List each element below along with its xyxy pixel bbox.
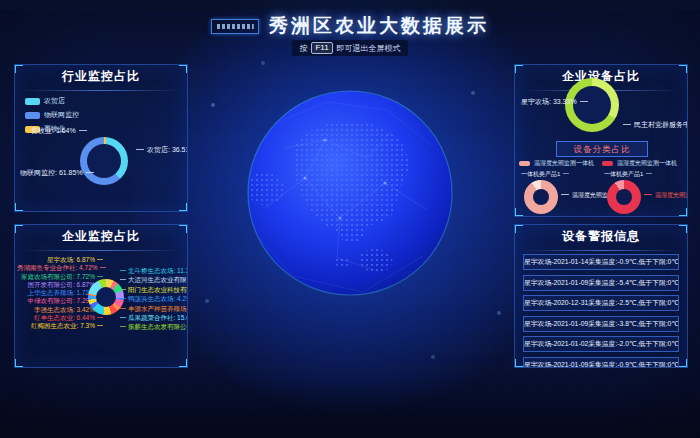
legend-item[interactable]: 物联网监控: [25, 110, 79, 120]
chart-callout: 畜牧业: 1.64%: [31, 126, 87, 136]
fullscreen-hint: 按 F11 即可退出全屏模式: [0, 40, 700, 56]
globe-graphic: [245, 88, 455, 298]
chart-label: 振麒生态农发有限公司: 6.87%: [120, 322, 188, 331]
legend-label: 农贸店: [44, 96, 65, 106]
donut-chart[interactable]: [607, 180, 641, 214]
panel-title: 行业监控占比: [15, 65, 187, 87]
chart-label: 一体机类产品1: [604, 170, 685, 179]
header: 秀洲区农业大数据展示: [0, 13, 700, 39]
legend-swatch: [602, 161, 613, 166]
panel-title: 企业监控占比: [15, 225, 187, 247]
chart-label: 鸭荡浜生态农场: 4.29: [120, 294, 188, 303]
chart-label: 星宇农场: 6.87%: [17, 256, 103, 264]
f11-key: F11: [311, 42, 332, 54]
chart-label: 红丰生态农业: 6.44%: [17, 314, 103, 322]
panel-title: 设备警报信息: [515, 225, 687, 247]
device-category-charts: 温湿度光照监测一体机 一体机类产品1 温湿度光照监测一→ 温湿度光照监测一体机 …: [519, 159, 685, 215]
legend-label: 温湿度光照监测一体机: [617, 159, 677, 168]
chart-callout: 温湿度光照监→: [644, 191, 688, 200]
chart-callout: 物联网监控: 61.85%: [20, 168, 94, 178]
chart-label: 丰源水产种苗养殖场: 1...: [120, 304, 188, 313]
chart-label: 一体机类产品1: [521, 170, 602, 179]
chart-label: 秀湖南鱼专业合作社: 4.72%: [17, 264, 103, 272]
legend-item[interactable]: 温湿度光照监测一体机: [519, 159, 602, 168]
chart-callout: 民主村党群服务中心...: [623, 120, 688, 130]
chart-label: 大运河生态农业有限责任公...: [120, 275, 188, 284]
legend-item[interactable]: 温湿度光照监测一体机: [602, 159, 685, 168]
legend-swatch: [25, 112, 40, 119]
enterprise-right-labels: 北斗桥生态农场: 11.36% 大运河生态农业有限责任公... 阳门生态农业科技…: [120, 266, 188, 332]
brand-logo: [211, 19, 259, 34]
donut-chart[interactable]: [88, 279, 124, 315]
legend-swatch: [519, 161, 530, 166]
page-title: 秀洲区农业大数据展示: [269, 13, 489, 39]
legend-swatch: [25, 98, 40, 105]
device-category-chart: 温湿度光照监测一体机 一体机类产品1 温湿度光照监→: [602, 159, 685, 215]
chart-callout: 农贸店: 36.51%: [136, 145, 188, 155]
donut-chart[interactable]: [524, 180, 558, 214]
hint-suffix: 即可退出全屏模式: [337, 43, 401, 54]
background-dots: [0, 0, 2, 2]
chart-label: 家庭农场有限公司: 7.72%: [17, 273, 103, 281]
alarm-list: 星宇农场-2021-01-14采集温度:-0.9℃,低于下限:0℃ 星宇农场-2…: [523, 254, 679, 368]
alarm-row: 星宇农场-2021-01-09采集温度:-5.4℃,低于下限:0℃: [523, 275, 679, 291]
legend-label: 温湿度光照监测一体机: [534, 159, 594, 168]
chart-callout: 星宇农场: 33.33%: [521, 97, 588, 107]
chart-label: 瓜果蔬菜合作社: 15.02%: [120, 313, 188, 322]
panel-device-ratio: 企业设备占比 星宇农场: 33.33% 民主村党群服务中心... 设备分类占比 …: [514, 64, 688, 217]
chart-label: 北斗桥生态农场: 11.36%: [120, 266, 188, 275]
alarm-row: 星宇农场-2020-12-31采集温度:-2.5℃,低于下限:0℃: [523, 295, 679, 311]
device-category-chart: 温湿度光照监测一体机 一体机类产品1 温湿度光照监测一→: [519, 159, 602, 215]
legend-label: 物联网监控: [44, 110, 79, 120]
alarm-row: 星宇农场-2021-01-14采集温度:-0.9℃,低于下限:0℃: [523, 254, 679, 270]
hint-prefix: 按: [299, 43, 307, 54]
panel-device-alarms: 设备警报信息 星宇农场-2021-01-14采集温度:-0.9℃,低于下限:0℃…: [514, 224, 688, 368]
device-category-title: 设备分类占比: [556, 141, 648, 157]
chart-label: 红梅园生态农业: 7.3%: [17, 322, 103, 330]
chart-label: 阳门生态农业科技有限公...: [120, 285, 188, 294]
alarm-row: 星宇农场-2021-01-09采集温度:-3.8℃,低于下限:0℃: [523, 316, 679, 332]
alarm-row: 星宇农场-2021-01-02采集温度:-2.0℃,低于下限:0℃: [523, 336, 679, 352]
panel-enterprise-monitor: 企业监控占比 星宇农场: 6.87% 秀湖南鱼专业合作社: 4.72% 家庭农场…: [14, 224, 188, 368]
dashboard: 秀洲区农业大数据展示 按 F11 即可退出全屏模式 行业监控占比 农贸店 物联网…: [0, 0, 700, 438]
globe: [245, 88, 455, 298]
legend-item[interactable]: 农贸店: [25, 96, 79, 106]
panel-industry-monitor: 行业监控占比 农贸店 物联网监控 畜牧业 畜牧业: 1.64%: [14, 64, 188, 212]
alarm-row: 星宇农场-2021-01-09采集温度:-0.9℃,低于下限:0℃: [523, 357, 679, 369]
